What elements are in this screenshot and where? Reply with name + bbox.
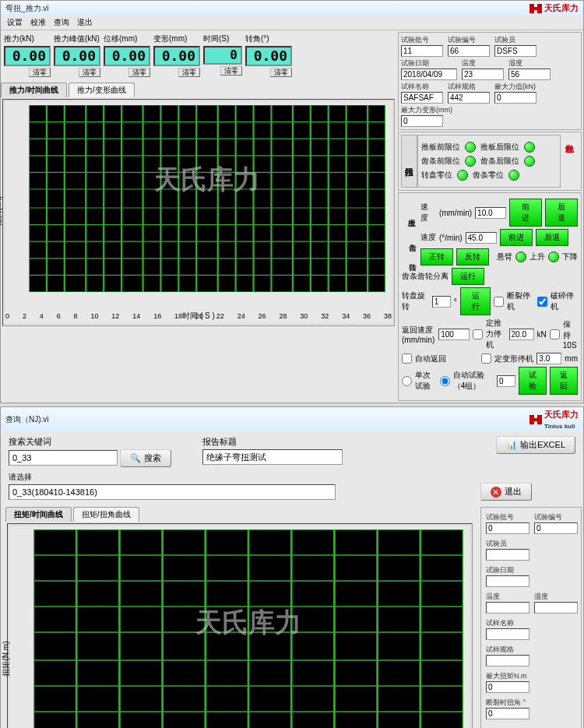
fwd2-button[interactable]: 前进	[500, 229, 533, 246]
lcd-disp: 0.00	[104, 46, 150, 66]
mode-auto-radio[interactable]	[440, 376, 450, 386]
svg-rect-2	[533, 7, 539, 10]
r-maxt[interactable]	[486, 681, 529, 693]
clear-angle[interactable]: 清零	[270, 68, 292, 77]
r-humid[interactable]	[534, 602, 578, 614]
menu-exit[interactable]: 退出	[77, 17, 93, 28]
lcd-angle: 0.00	[245, 46, 292, 66]
titlebar-top: 弯扭_推力.vi 天氏库力	[1, 1, 583, 16]
maxf-input[interactable]	[494, 92, 537, 104]
query-window: 查询（NJ).vi 天氏库力Tinius kuli 搜索关键词 🔍搜索 报告标题…	[0, 406, 584, 728]
autoret-check[interactable]	[402, 353, 412, 364]
r-temp[interactable]	[486, 602, 529, 614]
push-window: 弯扭_推力.vi 天氏库力 设置 校准 查询 退出 推力(kN)0.00清零 推…	[0, 0, 584, 403]
led-down	[548, 251, 559, 262]
lcd-force: 0.00	[4, 46, 51, 66]
led-rack-front	[465, 156, 476, 167]
temp-input[interactable]	[462, 69, 504, 80]
led-disc-zero	[457, 170, 468, 181]
batch-input[interactable]	[401, 45, 443, 57]
brand-logo-2: 天氏库力Tinius kuli	[529, 409, 579, 430]
fwd1-button[interactable]: 前进	[509, 199, 542, 227]
chart-tabs-top: 推力/时间曲线 推力/变形曲线	[1, 83, 396, 97]
tab-force-time[interactable]: 推力/时间曲线	[1, 83, 67, 97]
ccw-button[interactable]: 反转	[456, 248, 489, 266]
no-input[interactable]	[448, 45, 490, 57]
clear-force[interactable]: 清零	[29, 68, 51, 77]
clear-time[interactable]: 清零	[220, 66, 242, 76]
lcd-readouts: 推力(kN)0.00清零 推力峰值(kN)0.00清零 位移(mm)0.00清零…	[1, 30, 396, 81]
r-ang[interactable]	[486, 708, 529, 719]
r-spec[interactable]	[486, 655, 529, 666]
humid-input[interactable]	[508, 69, 551, 80]
sep-button[interactable]: 运行	[452, 268, 484, 285]
chart-top: 天氏库力	[29, 105, 385, 292]
titlebar-bottom: 查询（NJ).vi 天氏库力Tinius kuli	[1, 407, 583, 431]
limit-indicators: 限位指示 推板前限位推板后限位 齿条前限位齿条后限位 转盘零位齿条零位 红色触发	[398, 132, 582, 191]
tab-torque-time[interactable]: 扭矩/时间曲线	[5, 507, 72, 522]
led-up	[515, 251, 526, 262]
svg-rect-37	[533, 418, 539, 421]
r-no[interactable]	[534, 522, 578, 534]
speed1-input[interactable]	[475, 207, 506, 219]
hold-check[interactable]	[550, 329, 560, 339]
export-excel-button[interactable]: 📊输出EXCEL	[496, 436, 575, 454]
clear-disp[interactable]: 清零	[128, 68, 150, 77]
ret-input[interactable]	[438, 329, 470, 340]
report-title-input[interactable]	[202, 449, 343, 465]
select-record-input[interactable]	[9, 484, 336, 500]
window-title: 弯扭_推力.vi	[5, 3, 49, 14]
search-input[interactable]	[9, 450, 118, 466]
led-rack-zero	[508, 170, 519, 181]
menu-query[interactable]: 查询	[54, 17, 69, 28]
result-fields: 试验批号 试验编号 试验员 试验日期 温度 湿度 试样名称 试样规格 最大扭矩N…	[480, 507, 582, 728]
query-title: 查询（NJ).vi	[5, 414, 49, 425]
lcd-time: 0	[203, 46, 242, 65]
menu-calibrate[interactable]: 校准	[30, 17, 46, 28]
date-input[interactable]	[401, 69, 457, 80]
cw-button[interactable]: 正转	[420, 248, 453, 266]
back2-button[interactable]: 后退	[536, 229, 568, 246]
name-input[interactable]	[401, 92, 443, 104]
maxd-input[interactable]	[401, 115, 443, 127]
stop2-check[interactable]	[473, 329, 483, 339]
r-batch[interactable]	[486, 522, 529, 534]
motion-controls: 上推板速度(mm/min)前进后退 齿条速度(°/min)前进后退 转条正转反转…	[398, 192, 582, 401]
excel-icon: 📊	[506, 440, 517, 450]
close-icon: ✕	[491, 487, 501, 498]
tab-force-deform[interactable]: 推力/变形曲线	[69, 83, 135, 97]
exit-button[interactable]: ✕退出	[480, 483, 532, 501]
mode-single-radio[interactable]	[402, 376, 412, 386]
stop1-check[interactable]	[494, 297, 504, 307]
search-button[interactable]: 🔍搜索	[120, 449, 171, 467]
r-tester[interactable]	[486, 549, 529, 561]
r-date[interactable]	[486, 575, 529, 587]
menu-settings[interactable]: 设置	[7, 17, 23, 28]
spec-input[interactable]	[448, 92, 490, 104]
lcd-deform: 0.00	[153, 46, 200, 66]
chart-bottom: 天氏库力	[33, 529, 463, 728]
tester-input[interactable]	[494, 45, 537, 57]
chart-tabs-bottom: 扭矩/时间曲线 扭矩/扭角曲线	[5, 507, 474, 522]
led-plate-front	[465, 142, 476, 153]
stop3-check[interactable]	[481, 353, 491, 364]
brand-logo: 天氏库力	[529, 2, 579, 14]
led-rack-back	[524, 156, 535, 167]
menu-bar: 设置 校准 查询 退出	[1, 16, 583, 30]
stop1b-check[interactable]	[537, 297, 547, 307]
test-info: 试验批号 试验编号 试验员 试验日期 温度 湿度 试样名称 试样规格 最大力值(…	[398, 32, 582, 130]
search-icon: 🔍	[130, 453, 141, 463]
back1-button[interactable]: 后退	[545, 199, 578, 227]
clear-peak[interactable]: 清零	[79, 68, 100, 77]
led-plate-back	[524, 142, 535, 153]
test-button[interactable]: 试验	[519, 367, 547, 395]
rot-button[interactable]: 运行	[460, 287, 491, 315]
tab-torque-angle[interactable]: 扭矩/扭角曲线	[73, 507, 139, 522]
rot-input[interactable]	[432, 296, 451, 308]
speed2-input[interactable]	[466, 232, 497, 244]
x-ticks-top: 02468101214161820222426283032343638	[5, 312, 392, 320]
r-name[interactable]	[486, 628, 529, 640]
return-button[interactable]: 返回	[550, 367, 578, 395]
lcd-peak: 0.00	[54, 46, 100, 66]
clear-deform[interactable]: 清零	[178, 68, 200, 77]
